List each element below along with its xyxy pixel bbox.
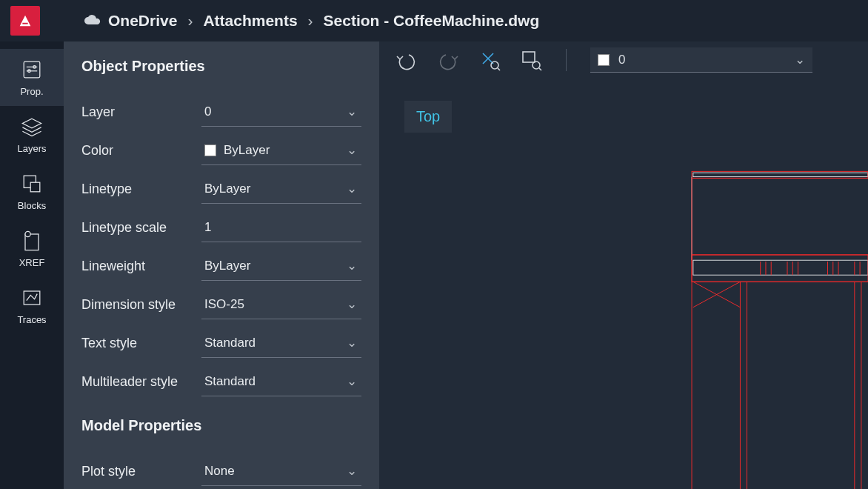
app-logo[interactable] — [10, 6, 40, 36]
svg-line-14 — [498, 68, 500, 70]
rail-item-properties[interactable]: Prop. — [0, 49, 64, 106]
color-swatch — [204, 144, 216, 156]
lineweight-value: ByLayer — [204, 259, 250, 273]
dimstyle-value: ISO-25 — [204, 297, 244, 312]
lineweight-label: Lineweight — [81, 259, 201, 274]
textstyle-label: Text style — [81, 336, 201, 351]
blocks-icon — [19, 170, 45, 197]
svg-rect-7 — [30, 182, 40, 192]
rail-label: Traces — [17, 314, 46, 325]
color-value: ByLayer — [224, 143, 270, 158]
rail-label: XREF — [19, 257, 45, 268]
svg-rect-19 — [693, 260, 868, 275]
undo-icon — [395, 49, 418, 71]
svg-rect-10 — [24, 291, 40, 305]
toolbar-separator — [566, 49, 567, 71]
breadcrumb-root[interactable]: OneDrive — [108, 12, 177, 30]
rail-label: Layers — [17, 143, 46, 154]
color-label: Color — [81, 143, 201, 159]
dimstyle-label: Dimension style — [81, 297, 201, 313]
rail-label: Prop. — [20, 86, 43, 97]
rail-item-xref[interactable]: XREF — [0, 220, 64, 277]
chevron-down-icon: ⌄ — [347, 335, 357, 350]
chevron-down-icon: ⌄ — [347, 181, 357, 196]
object-properties-heading: Object Properties — [81, 58, 361, 75]
chevron-right-icon: › — [187, 12, 193, 30]
drawing-viewport[interactable]: 0 ⌄ Top — [379, 41, 868, 489]
breadcrumb-folder[interactable]: Attachments — [203, 12, 297, 30]
linetype-dropdown[interactable]: ByLayer ⌄ — [201, 174, 361, 204]
redo-button[interactable] — [437, 49, 459, 71]
chevron-down-icon: ⌄ — [347, 104, 357, 119]
chevron-down-icon: ⌄ — [347, 258, 357, 273]
lineweight-dropdown[interactable]: ByLayer ⌄ — [201, 251, 361, 281]
zoom-extents-button[interactable] — [478, 49, 501, 71]
autocad-logo-icon — [17, 13, 33, 29]
breadcrumb: OneDrive › Attachments › Section - Coffe… — [83, 12, 539, 30]
linetype-value: ByLayer — [204, 182, 250, 196]
layer-dropdown[interactable]: 0 ⌄ — [201, 97, 361, 127]
properties-icon — [19, 56, 45, 83]
cloud-icon — [83, 14, 102, 27]
dimstyle-dropdown[interactable]: ISO-25 ⌄ — [201, 290, 361, 319]
xref-icon — [19, 227, 45, 254]
chevron-down-icon: ⌄ — [795, 52, 805, 67]
rail-label: Blocks — [18, 200, 46, 211]
linetype-label: Linetype — [81, 182, 201, 197]
textstyle-dropdown[interactable]: Standard ⌄ — [201, 328, 361, 358]
svg-point-16 — [533, 61, 540, 69]
svg-point-13 — [491, 61, 498, 69]
svg-rect-21 — [692, 171, 868, 178]
chevron-down-icon: ⌄ — [347, 142, 357, 158]
svg-rect-22 — [692, 255, 868, 282]
linetype-scale-value: 1 — [204, 220, 211, 235]
plotstyle-label: Plot style — [81, 464, 201, 479]
chevron-down-icon: ⌄ — [347, 463, 357, 479]
svg-marker-5 — [22, 119, 41, 128]
linetype-scale-label: Linetype scale — [81, 220, 201, 236]
color-dropdown[interactable]: ByLayer ⌄ — [201, 136, 361, 165]
zoom-window-icon — [520, 49, 542, 71]
plotstyle-value: None — [204, 464, 235, 479]
current-layer-dropdown[interactable]: 0 ⌄ — [590, 47, 812, 73]
layer-swatch — [598, 54, 610, 66]
svg-rect-0 — [24, 61, 40, 78]
drawing-canvas[interactable] — [379, 79, 868, 489]
traces-icon — [19, 285, 45, 311]
zoom-extents-icon — [478, 49, 501, 71]
mleader-value: Standard — [204, 374, 256, 389]
app-header: OneDrive › Attachments › Section - Coffe… — [0, 0, 868, 41]
current-layer-value: 0 — [618, 53, 625, 67]
zoom-window-button[interactable] — [520, 49, 542, 71]
svg-line-17 — [539, 68, 541, 70]
rail-item-layers[interactable]: Layers — [0, 106, 64, 163]
mleader-label: Multileader style — [81, 374, 201, 390]
svg-rect-15 — [523, 52, 535, 62]
chevron-down-icon: ⌄ — [347, 296, 357, 312]
plotstyle-dropdown[interactable]: None ⌄ — [201, 456, 361, 486]
layers-icon — [19, 113, 45, 140]
chevron-down-icon: ⌄ — [347, 373, 357, 389]
mleader-dropdown[interactable]: Standard ⌄ — [201, 367, 361, 396]
viewport-toolbar: 0 ⌄ — [379, 41, 868, 79]
layer-label: Layer — [81, 104, 201, 120]
svg-rect-18 — [693, 173, 868, 176]
redo-icon — [437, 49, 459, 71]
layer-value: 0 — [204, 104, 211, 119]
rail-item-traces[interactable]: Traces — [0, 277, 64, 334]
tool-rail: Prop. Layers Blocks XREF Traces — [0, 41, 64, 489]
rail-item-blocks[interactable]: Blocks — [0, 163, 64, 220]
chevron-right-icon: › — [308, 12, 313, 30]
model-properties-heading: Model Properties — [81, 417, 361, 434]
breadcrumb-file[interactable]: Section - CoffeeMachine.dwg — [324, 12, 540, 30]
svg-point-9 — [25, 231, 30, 236]
linetype-scale-input[interactable]: 1 ⌄ — [201, 213, 361, 242]
textstyle-value: Standard — [204, 336, 256, 350]
properties-panel: Object Properties Layer 0 ⌄ Color ByLaye… — [64, 41, 379, 489]
undo-button[interactable] — [395, 49, 418, 71]
